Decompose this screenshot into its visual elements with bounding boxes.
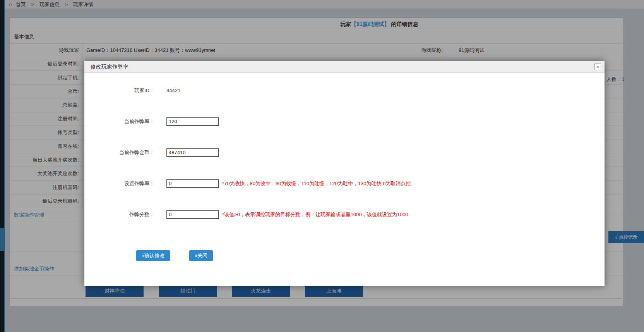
modal-header: 修改玩家作弊率 × (84, 61, 605, 73)
field-label: 玩家ID： (84, 75, 160, 106)
player-detail-page: ⌂ 首页 > 玩家信息 > 玩家详情 玩家【91源码测试】 的详细信息 基本信息… (0, 0, 644, 332)
cheat-score-input[interactable] (166, 210, 219, 219)
field-label: 设置作弊率： (84, 168, 160, 199)
field-row-cheat-score: 作弊分数： *该值>0，表示调控玩家的目标分数，例：让玩家输或者赢1000，该值… (84, 199, 605, 230)
field-row-player-id: 玩家ID： 34421 (84, 75, 605, 106)
current-cheat-rate-input[interactable] (166, 117, 219, 126)
set-cheat-rate-note: *70为收快，80为收中，90为收慢，110为吐慢，120为吐中，130为吐快,… (222, 180, 411, 187)
set-cheat-rate-input[interactable] (166, 179, 219, 188)
cheat-score-note: *该值>0，表示调控玩家的目标分数，例：让玩家输或者赢1000，该值就设置为10… (222, 211, 408, 218)
modal-title: 修改玩家作弊率 (84, 61, 605, 72)
field-label: 作弊分数： (84, 199, 160, 230)
current-cheat-coins-input[interactable] (166, 148, 219, 157)
player-id-value: 34421 (166, 88, 180, 93)
close-icon[interactable]: × (594, 64, 601, 70)
field-row-set-cheat-rate: 设置作弊率： *70为收快，80为收中，90为收慢，110为吐慢，120为吐中，… (84, 168, 605, 199)
modal-body: 玩家ID： 34421 当前作弊率： 当前作弊金币： 设置作弊率： (84, 73, 605, 261)
field-label: 当前作弊率： (84, 106, 160, 137)
modal-button-row: √确认修改 x关闭 (84, 250, 605, 261)
field-row-current-cheat-coins: 当前作弊金币： (84, 137, 605, 168)
confirm-modify-button[interactable]: √确认修改 (136, 250, 170, 261)
field-label: 当前作弊金币： (84, 137, 160, 168)
modify-cheat-rate-modal: 修改玩家作弊率 × 玩家ID： 34421 当前作弊率： 当前作弊金币： (84, 61, 605, 286)
close-button[interactable]: x关闭 (189, 250, 213, 261)
field-row-current-cheat-rate: 当前作弊率： (84, 106, 605, 137)
